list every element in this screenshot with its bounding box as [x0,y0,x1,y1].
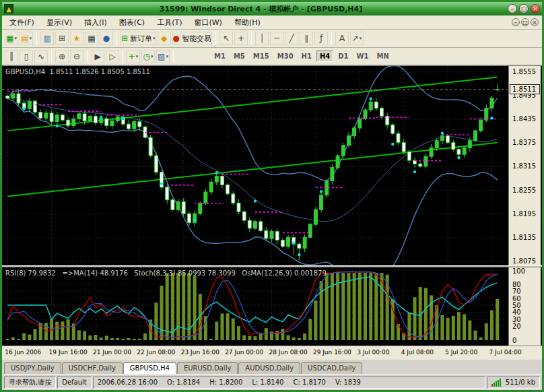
menu-charts[interactable]: 图表(C) [113,16,151,29]
cursor-button[interactable]: ↖ [219,32,233,45]
profiles-button[interactable]: ▤▾ [20,32,33,45]
indicator-scale-label: 50 [512,302,521,309]
time-axis-label: 22 Jun 08:00 [137,349,175,356]
menu-file[interactable]: 文件(F) [3,16,40,29]
indicator-chart[interactable] [2,267,508,346]
terminal-icon: ▦ [88,34,95,43]
indicator-values-overlay: RSI(8) 79.9832 =>MA(14) 48.9176 Stoch(8,… [5,269,327,277]
minimize-button[interactable]: – [508,4,517,13]
app-logo-icon: ▲ [4,4,13,13]
timeframe-mn-button[interactable]: MN [374,51,393,62]
indicator-scale-label: 60 [512,295,521,302]
expert-advisors-button[interactable]: ●智能交易 [172,32,212,45]
zoom-out-button[interactable]: ⊖ [70,50,83,63]
fibonacci-icon: ƒ [320,34,322,43]
chart-ohlc-overlay: GBPUSD,H4 1.8511 1.8526 1.8505 1.8511 [5,68,150,75]
periods-button[interactable]: ◷▾ [141,50,155,63]
price-label: 1.8375 [512,139,536,146]
toolbar-separator [36,32,37,44]
bar-open: O: 1.8184 [167,379,200,386]
new-chart-button[interactable]: ▦▾ [5,32,18,45]
timeframe-w1-button[interactable]: W1 [353,51,372,62]
traffic-counter: 511/0 kb [506,379,535,386]
close-button[interactable]: × [531,4,540,13]
market-watch-button[interactable]: ▥ [40,32,54,45]
arrows-button[interactable]: ↗▾ [350,32,364,45]
terminal-button[interactable]: ▦ [85,32,98,45]
line-chart-button[interactable]: ∿ [34,50,48,63]
chart-shift-button[interactable]: ▷ [106,50,119,63]
data-window-button[interactable]: ⊞ [55,32,69,45]
templates-button[interactable]: ▧▾ [156,50,170,63]
close-icon: × [533,6,538,12]
menu-window[interactable]: 窗口(W) [188,16,228,29]
trendline-button[interactable]: ╱ [285,32,298,45]
price-label: 1.8435 [512,115,536,123]
maximize-icon: □ [521,6,527,12]
price-label: 1.8255 [512,187,536,194]
auto-scroll-button[interactable]: ▶ [91,50,104,63]
channel-button[interactable]: ∥ [300,32,313,45]
tab-eurusd-daily[interactable]: EURUSD,Daily [177,362,238,374]
menu-help[interactable]: 帮助(H) [228,16,267,29]
bar-close: C: 1.8170 [293,379,326,386]
tab-gbpusd-h4[interactable]: GBPUSD,H4 [123,362,176,374]
zoom-out-icon: ⊖ [73,52,80,61]
time-axis-label: 23 Jun 16:00 [181,349,219,356]
vertical-line-button[interactable]: │ [255,32,269,45]
menu-tools[interactable]: 工具(T) [151,16,188,29]
navigator-button[interactable]: ★ [70,32,83,45]
title-bar[interactable]: ▲ 31599: Windsor Direct 4 - 模拟帐户 - [GBPU… [2,2,542,15]
data-window-icon: ⊞ [59,34,65,43]
chart-tabs-bar: USDJPY,Daily USDCHF,Daily GBPUSD,H4 EURU… [2,360,542,374]
dropdown-caret-icon: ▾ [29,36,32,41]
menu-insert[interactable]: 插入(I) [78,16,113,29]
maximize-button[interactable]: □ [519,4,529,13]
indicator-scale-label: 40 [512,308,521,316]
horizontal-line-button[interactable]: ─ [270,32,283,45]
tab-audusd-daily[interactable]: AUDUSD,Daily [238,362,300,374]
tab-usdcad-daily[interactable]: USDCAD,Daily [301,362,362,374]
new-order-button[interactable]: ⊞新订单▾ [121,32,156,45]
toolbar-separator [331,32,332,44]
signal-bars-icon [491,379,502,387]
expert-advisors-icon: ● [173,34,180,43]
timeframe-h4-button[interactable]: H4 [316,51,333,62]
metaeditor-button[interactable]: ◆ [158,32,171,45]
zoom-in-button[interactable]: ⊕ [55,50,69,63]
indicator-scale[interactable]: 100807060504030200 [508,267,541,346]
tab-usdchf-daily[interactable]: USDCHF,Daily [62,362,123,374]
standard-toolbar: ▦▾ ▤▾ ▥ ⊞ ★ ▦ ● ⊞新订单▾ ◆ ●智能交易 ↖ + │ ─ ╱ … [2,30,542,48]
text-button[interactable]: A [335,32,349,45]
status-profile[interactable]: Default [57,377,92,389]
time-axis-label: 4 Jul 08:00 [401,349,434,356]
trendline-icon: ╱ [289,34,294,43]
timeframe-m1-button[interactable]: M1 [211,51,229,62]
fibonacci-button[interactable]: ƒ [314,32,328,45]
candlestick-chart-button[interactable]: ▯ [20,50,33,63]
metaeditor-icon: ◆ [161,34,167,43]
time-axis-label: 16 Jun 2006 [5,349,41,356]
child-close-button[interactable]: × [531,18,539,26]
arrows-icon: ↗ [352,34,359,43]
price-chart[interactable] [2,66,508,265]
crosshair-button[interactable]: + [234,32,248,45]
bar-chart-button[interactable]: ║ [5,50,18,63]
strategy-tester-button[interactable]: ● [100,32,113,45]
dropdown-caret-icon: ▾ [136,54,139,59]
timeframe-m15-button[interactable]: M15 [250,51,273,62]
timeframe-h1-button[interactable]: H1 [298,51,315,62]
child-minimize-button[interactable]: – [512,18,520,26]
time-axis[interactable]: 16 Jun 200619 Jun 16:0021 Jun 00:0022 Ju… [2,346,542,360]
timeframe-m30-button[interactable]: M30 [274,51,297,62]
menu-view[interactable]: 显示(V) [40,16,78,29]
tab-usdjpy-daily[interactable]: USDJPY,Daily [4,362,61,374]
new-order-icon: ⊞ [121,34,128,43]
timeframe-m5-button[interactable]: M5 [230,51,248,62]
price-scale[interactable]: 1.8511 1.85551.84951.84351.83751.83151.8… [508,66,541,265]
status-bar-info: 2006.06.28 16:00 O: 1.8184 H: 1.8200 L: … [93,377,485,389]
indicators-button[interactable]: +▾ [127,50,140,63]
timeframe-d1-button[interactable]: D1 [335,51,351,62]
indicators-add-icon: + [129,52,135,61]
child-restore-button[interactable]: □ [521,18,529,26]
